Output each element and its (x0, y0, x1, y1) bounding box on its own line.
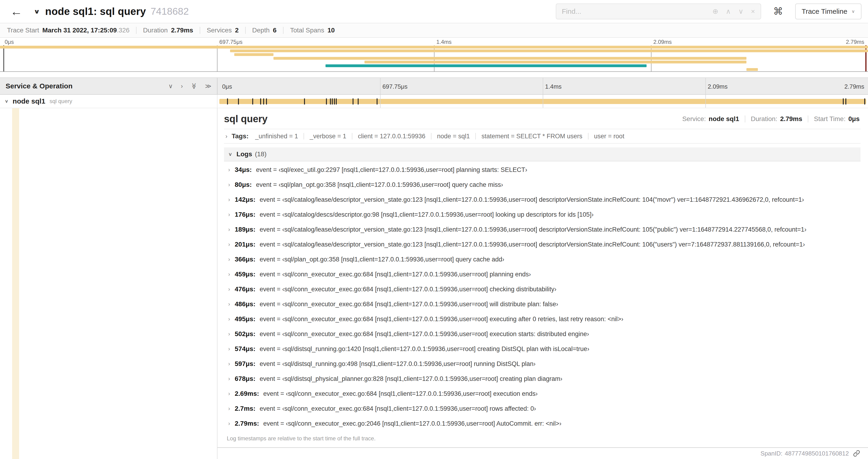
tags-row[interactable]: › Tags: _unfinished = 1_verbose = 1clien… (224, 129, 861, 144)
chevron-right-icon: › (228, 241, 230, 248)
minimap-right-handle[interactable] (865, 45, 867, 71)
collapse-trace-caret-icon[interactable]: ∨ (34, 8, 40, 15)
log-row[interactable]: ›459μs:event = ‹sql/conn_executor_exec.g… (224, 267, 861, 282)
timeline-header-row: Service & Operation ∨›≫≫ 0μs697.75μs1.4m… (0, 77, 868, 95)
log-tick (332, 98, 333, 104)
expand-all-icon[interactable]: ≫ (205, 83, 211, 89)
log-message: event = ‹sql/plan_opt.go:358 [nsql1,clie… (256, 181, 503, 189)
log-row[interactable]: ›2.7ms:event = ‹sql/conn_executor_exec.g… (224, 401, 861, 416)
meta-label: Start Time: (814, 115, 845, 123)
meta-duration: Duration:2.79ms (751, 115, 802, 123)
log-tick (252, 98, 253, 104)
summary-total-spans: Total Spans10 (290, 27, 335, 34)
minimap-span (365, 61, 746, 63)
summary-value: 2.79ms (171, 27, 193, 34)
log-message: event = ‹sql/conn_executor_exec.go:684 [… (260, 301, 558, 308)
axis-tick-label: 2.79ms (846, 39, 864, 45)
log-tick (336, 98, 337, 104)
gridline (705, 95, 706, 108)
log-row[interactable]: ›476μs:event = ‹sql/conn_executor_exec.g… (224, 282, 861, 297)
link-icon[interactable] (853, 450, 860, 457)
clear-find-icon[interactable]: × (751, 8, 755, 15)
span-row-label[interactable]: ∨ node sql1 sql query (0, 95, 217, 108)
span-row[interactable]: ∨ node sql1 sql query (0, 95, 868, 108)
back-icon[interactable]: ← (10, 5, 22, 18)
meta-service: Service:node sql1 (682, 115, 739, 123)
expand-one-icon[interactable]: › (181, 83, 183, 89)
log-message: event = ‹sql/catalog/lease/descriptor_ve… (260, 241, 805, 248)
trace-timeline-view: ← ∨ node sql1: sql query 7418682 ⊕∧∨× ⌘ … (0, 0, 868, 459)
chevron-down-icon[interactable]: ∨ (5, 99, 8, 104)
collapse-all-icon[interactable]: ≫ (191, 83, 197, 89)
chevron-right-icon: › (228, 256, 230, 263)
log-timestamp: 201μs: (235, 241, 255, 248)
chevron-right-icon: › (228, 286, 230, 292)
log-row[interactable]: ›366μs:event = ‹sql/plan_opt.go:358 [nsq… (224, 252, 861, 267)
log-message: event = ‹sql/plan_opt.go:358 [nsql1,clie… (260, 256, 504, 263)
separator (475, 133, 476, 139)
log-row[interactable]: ›2.69ms:event = ‹sql/conn_executor_exec.… (224, 386, 861, 401)
log-message: event = ‹sql/conn_executor_exec.go:684 [… (260, 286, 557, 293)
log-row[interactable]: ›80μs:event = ‹sql/plan_opt.go:358 [nsql… (224, 177, 861, 192)
log-row[interactable]: ›574μs:event = ‹sql/distsql_running.go:1… (224, 341, 861, 356)
separator (283, 27, 283, 34)
log-row[interactable]: ›2.79ms:event = ‹sql/conn_executor_exec.… (224, 416, 861, 431)
log-row[interactable]: ›678μs:event = ‹sql/distsql_physical_pla… (224, 371, 861, 386)
span-row-timeline[interactable] (217, 95, 868, 108)
log-message: event = ‹sql/conn_executor_exec.go:684 [… (260, 316, 623, 323)
log-message: event = ‹sql/catalog/lease/descriptor_ve… (260, 196, 804, 203)
separator (352, 133, 352, 139)
axis-tick-label: 2.09ms (653, 39, 672, 45)
minimap-canvas[interactable] (0, 45, 868, 71)
log-row[interactable]: ›189μs:event = ‹sql/catalog/lease/descri… (224, 222, 861, 237)
span-detail-header: sql query Service:node sql1Duration:2.79… (224, 108, 861, 129)
log-row[interactable]: ›486μs:event = ‹sql/conn_executor_exec.g… (224, 297, 861, 312)
trace-minimap[interactable]: 0μs697.75μs1.4ms2.09ms2.79ms (0, 38, 868, 72)
log-row[interactable]: ›176μs:event = ‹sql/catalog/descs/descri… (224, 207, 861, 222)
summary-value-suffix: .326 (117, 27, 130, 34)
gridline (705, 78, 706, 94)
log-row[interactable]: ›502μs:event = ‹sql/conn_executor_exec.g… (224, 327, 861, 341)
gridline (217, 45, 217, 71)
log-row[interactable]: ›142μs:event = ‹sql/catalog/lease/descri… (224, 192, 861, 207)
span-operation-name: sql query (50, 98, 72, 104)
log-row[interactable]: ›34μs:event = ‹sql/exec_util.go:2297 [ns… (224, 162, 861, 177)
log-message: event = ‹sql/catalog/lease/descriptor_ve… (260, 226, 806, 233)
log-row[interactable]: ›201μs:event = ‹sql/catalog/lease/descri… (224, 237, 861, 252)
summary-label: Total Spans (290, 27, 324, 34)
top-bar: ← ∨ node sql1: sql query 7418682 ⊕∧∨× ⌘ … (0, 0, 868, 23)
tag-node: node = sql1 (437, 133, 470, 140)
minimap-span (326, 64, 647, 67)
axis-tick-label: 2.09ms (708, 83, 727, 90)
log-tick (238, 98, 239, 104)
logs-header[interactable]: ∨ Logs (18) (224, 147, 861, 161)
log-timestamp: 142μs: (235, 196, 255, 203)
minimap-left-handle[interactable] (3, 45, 4, 71)
logs-count: (18) (255, 151, 267, 158)
span-detail-area: sql query Service:node sql1Duration:2.79… (0, 108, 868, 459)
collapse-one-icon[interactable]: ∨ (168, 83, 173, 89)
find-input[interactable] (562, 7, 712, 15)
log-tick (843, 98, 844, 104)
prev-match-icon[interactable]: ∧ (726, 8, 731, 15)
meta-start-time: Start Time:0μs (814, 115, 860, 123)
zoom-in-icon[interactable]: ⊕ (712, 8, 718, 15)
keyboard-shortcuts-icon[interactable]: ⌘ (773, 6, 783, 16)
log-timestamp: 34μs: (235, 166, 252, 173)
summary-label: Depth (252, 27, 270, 34)
log-message: event = ‹sql/catalog/descs/descriptor.go… (260, 211, 594, 218)
log-row[interactable]: ›495μs:event = ‹sql/conn_executor_exec.g… (224, 312, 861, 327)
summary-duration: Duration2.79ms (143, 27, 193, 34)
meta-value: node sql1 (709, 115, 739, 123)
log-tick (263, 98, 264, 104)
chevron-right-icon: › (228, 316, 230, 322)
log-timestamp: 597μs: (235, 360, 255, 368)
log-tick (330, 98, 331, 104)
trace-view-options-button[interactable]: Trace Timeline ∨ (795, 3, 862, 19)
find-icons: ⊕∧∨× (712, 8, 755, 15)
tag-_unfinished: _unfinished = 1 (255, 133, 298, 140)
span-detail-title: sql query (224, 113, 682, 125)
next-match-icon[interactable]: ∨ (738, 8, 743, 15)
axis-tick-label: 697.75μs (382, 83, 408, 90)
log-row[interactable]: ›597μs:event = ‹sql/distsql_running.go:4… (224, 356, 861, 371)
